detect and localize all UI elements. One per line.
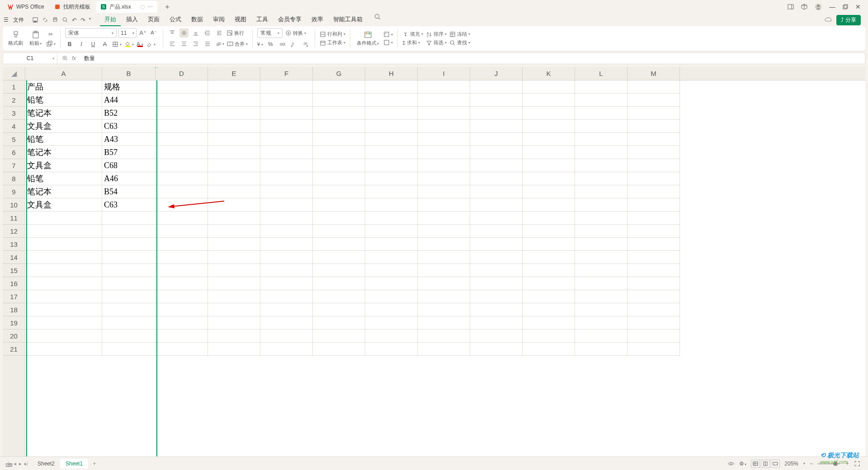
worksheet-label: 工作表 bbox=[327, 39, 342, 46]
conditional-format[interactable]: 条件格式▾ bbox=[355, 31, 381, 47]
link-icon[interactable] bbox=[42, 17, 48, 24]
decrease-font-icon[interactable]: A⁻ bbox=[149, 28, 158, 37]
tablestyle-dropdown[interactable]: ▾ bbox=[383, 39, 393, 46]
share-icon: ⤴ bbox=[841, 17, 844, 23]
find-dropdown[interactable]: 查找▾ bbox=[449, 39, 470, 46]
cell-reference: C1 bbox=[27, 55, 33, 61]
tab-smart[interactable]: 智能工具箱 bbox=[329, 14, 367, 26]
align-top-icon[interactable] bbox=[168, 28, 177, 38]
tab-data[interactable]: 数据 bbox=[187, 14, 208, 26]
cellstyle-dropdown[interactable]: ▾ bbox=[383, 31, 393, 38]
indent-decrease-icon[interactable] bbox=[203, 28, 212, 38]
align-right-icon[interactable] bbox=[191, 39, 200, 48]
cloud-icon[interactable] bbox=[825, 17, 832, 23]
format-painter[interactable]: 格式刷 bbox=[6, 31, 25, 47]
merge-dropdown[interactable]: 合并▾ bbox=[227, 41, 248, 47]
fontcolor-dropdown[interactable]: A▾ bbox=[137, 41, 143, 47]
copy-dropdown[interactable]: ▾ bbox=[46, 41, 56, 47]
name-box[interactable]: C1 ▾ bbox=[3, 53, 57, 64]
quick-access: ↶ ↷ ▾ bbox=[32, 17, 91, 24]
align-center-icon[interactable] bbox=[179, 39, 189, 48]
tab-view[interactable]: 视图 bbox=[230, 14, 251, 26]
worksheet-dropdown[interactable]: 工作表▾ bbox=[320, 39, 345, 46]
svg-rect-40 bbox=[227, 31, 232, 35]
sort-label: 排序 bbox=[434, 31, 443, 38]
svg-rect-11 bbox=[53, 19, 57, 21]
align-middle-icon[interactable] bbox=[179, 28, 189, 38]
undo-icon[interactable]: ↶ bbox=[72, 17, 77, 24]
filter-dropdown[interactable]: 筛选▾ bbox=[426, 39, 447, 46]
minimize-button[interactable]: — bbox=[829, 3, 835, 10]
zoom-fx-icon[interactable] bbox=[62, 55, 68, 61]
tab-member[interactable]: 会员专享 bbox=[274, 14, 306, 26]
tab-more-icon[interactable]: ⋯ bbox=[147, 4, 153, 10]
tab-template[interactable]: 找稻壳模板 bbox=[50, 1, 95, 13]
font-select[interactable]: 宋体▾ bbox=[65, 28, 117, 38]
tab-insert[interactable]: 插入 bbox=[122, 14, 142, 26]
cube-icon[interactable] bbox=[801, 4, 807, 10]
orientation-dropdown[interactable]: ab▾ bbox=[215, 41, 224, 47]
wrap-text[interactable]: 换行 bbox=[226, 30, 244, 37]
align-left-icon[interactable] bbox=[168, 39, 177, 48]
align-justify-icon[interactable] bbox=[203, 39, 212, 48]
percent-icon[interactable]: % bbox=[266, 40, 275, 49]
increase-decimal-icon[interactable]: .00 bbox=[301, 40, 310, 49]
italic-icon[interactable]: I bbox=[77, 40, 86, 49]
formula-input[interactable]: 数量 bbox=[80, 55, 865, 62]
window-controls: — ✕ bbox=[788, 3, 865, 10]
decrease-decimal-icon[interactable]: .0 bbox=[289, 40, 298, 49]
filter-label: 筛选 bbox=[434, 39, 443, 46]
new-tab-button[interactable]: ＋ bbox=[162, 1, 173, 12]
fontsize-select[interactable]: 11▾ bbox=[118, 28, 137, 38]
indent-increase-icon[interactable] bbox=[215, 28, 224, 38]
hamburger-icon[interactable]: ☰ bbox=[4, 17, 9, 23]
fillcolor-dropdown[interactable]: ▾ bbox=[124, 41, 134, 47]
print-icon[interactable] bbox=[52, 17, 58, 24]
comma-icon[interactable]: 000 bbox=[278, 40, 287, 49]
preview-icon[interactable] bbox=[62, 17, 68, 24]
underline-icon[interactable]: U bbox=[89, 40, 98, 49]
svg-rect-63 bbox=[321, 41, 325, 45]
number-format-select[interactable]: 常规▾ bbox=[257, 28, 283, 38]
avatar-icon[interactable] bbox=[815, 3, 822, 10]
search-icon[interactable] bbox=[374, 14, 381, 26]
redo-icon[interactable]: ↷ bbox=[80, 17, 85, 24]
convert-dropdown[interactable]: ¥转换▾ bbox=[285, 30, 306, 37]
increase-font-icon[interactable]: A⁺ bbox=[138, 28, 147, 37]
sum-dropdown[interactable]: Σ求和▾ bbox=[402, 39, 423, 46]
save-icon[interactable] bbox=[32, 17, 38, 24]
panel-icon[interactable] bbox=[788, 4, 794, 10]
tab-start[interactable]: 开始 bbox=[100, 14, 121, 26]
tab-comment-icon[interactable]: ◌ bbox=[140, 4, 145, 10]
freeze-label: 冻结 bbox=[457, 31, 467, 38]
tab-formula[interactable]: 公式 bbox=[165, 14, 186, 26]
tab-page[interactable]: 页面 bbox=[143, 14, 164, 26]
maximize-button[interactable] bbox=[843, 4, 848, 9]
freeze-dropdown[interactable]: 冻结▾ bbox=[449, 31, 470, 38]
paste-label: 粘贴 bbox=[29, 40, 39, 46]
tab-wps-home[interactable]: WPS Office bbox=[3, 1, 49, 13]
share-button[interactable]: ⤴分享 bbox=[836, 15, 861, 25]
align-bottom-icon[interactable] bbox=[191, 28, 200, 38]
border-dropdown[interactable]: ▾ bbox=[112, 41, 122, 47]
currency-dropdown[interactable]: ¥▾ bbox=[257, 42, 263, 47]
tab-label: WPS Office bbox=[16, 4, 44, 10]
sort-dropdown[interactable]: AZ排序▾ bbox=[426, 31, 447, 38]
fx-icon[interactable]: fx bbox=[72, 55, 76, 61]
tab-document-active[interactable]: S 产品.xlsx ◌ ⋯ bbox=[96, 1, 157, 13]
tab-efficiency[interactable]: 效率 bbox=[307, 14, 328, 26]
cut-icon[interactable]: ✂ bbox=[46, 30, 55, 39]
tab-tools[interactable]: 工具 bbox=[252, 14, 273, 26]
rowcol-dropdown[interactable]: 行和列▾ bbox=[320, 31, 345, 38]
strikethrough-icon[interactable]: A bbox=[100, 40, 109, 49]
tab-review[interactable]: 审阅 bbox=[208, 14, 229, 26]
close-button[interactable]: ✕ bbox=[855, 3, 861, 10]
file-menu[interactable]: 文件 bbox=[13, 16, 24, 24]
svg-rect-70 bbox=[384, 40, 389, 45]
wps-logo-icon bbox=[7, 4, 14, 10]
eraser-dropdown[interactable]: ▾ bbox=[146, 41, 156, 47]
bold-icon[interactable]: B bbox=[65, 40, 74, 49]
paste[interactable]: 粘贴▾ bbox=[28, 31, 43, 47]
dropdown-icon[interactable]: ▾ bbox=[89, 17, 91, 24]
fill-dropdown[interactable]: 填充▾ bbox=[402, 31, 423, 38]
